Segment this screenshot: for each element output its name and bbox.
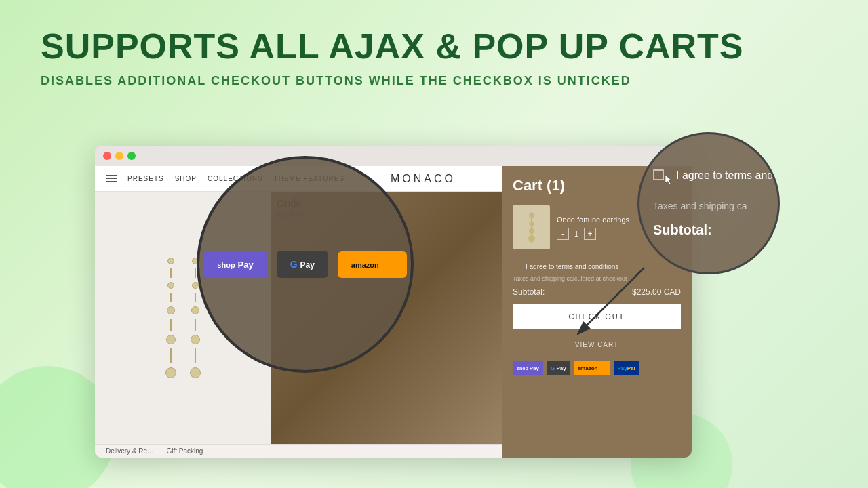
svg-rect-9 <box>654 170 663 180</box>
subtotal-amount: $225.00 CAD <box>632 287 681 297</box>
shop-pay-badge: shop Pay <box>513 361 543 375</box>
earring-connector-2 <box>170 293 172 302</box>
nav-presets[interactable]: PRESETS <box>127 175 164 182</box>
product-tabs: Delivery & Re... Gift Packing <box>95 444 502 458</box>
traffic-light-close[interactable] <box>103 152 111 160</box>
tab-gift[interactable]: Gift Packing <box>166 447 203 455</box>
zoom-agree-text: I agree to terms and <box>676 169 773 182</box>
header-section: SUPPORTS ALL AJAX & POP UP CARTS DISABLE… <box>0 0 868 102</box>
main-title: SUPPORTS ALL AJAX & POP UP CARTS <box>41 27 827 66</box>
cart-item-svg <box>518 209 545 246</box>
view-cart-button[interactable]: VIEW CART <box>513 333 681 355</box>
magnifier-circle: shop Pay G Pay amazon pay <box>197 156 414 373</box>
earring2-bead-5 <box>190 367 201 378</box>
qty-value: 1 <box>574 230 578 238</box>
paypal-badge: PayPal <box>614 361 639 375</box>
subtotal-label: Subtotal: <box>513 287 545 297</box>
earring-bead-2 <box>167 282 174 289</box>
magnifier-content: shop Pay G Pay amazon pay <box>197 237 414 291</box>
qty-minus-button[interactable]: - <box>557 228 569 240</box>
earring-bead-4 <box>166 335 176 344</box>
zoom-subtotal-text: Subtotal: <box>653 222 712 238</box>
earring-bead <box>167 258 174 264</box>
earring2-connector-2 <box>195 293 196 302</box>
earring2-connector-4 <box>195 348 196 363</box>
zoom-bubble: I agree to terms and Taxes and shipping … <box>637 132 780 274</box>
zoom-cursor-row: I agree to terms and <box>653 169 773 191</box>
svg-point-8 <box>528 235 535 242</box>
tab-delivery[interactable]: Delivery & Re... <box>106 447 153 455</box>
earring-bead-5 <box>165 367 176 378</box>
payment-icons: shop Pay G Pay amazonpay PayPal <box>513 361 681 375</box>
google-pay-badge: G Pay <box>547 361 570 375</box>
svg-marker-10 <box>665 175 671 184</box>
svg-point-7 <box>529 228 534 234</box>
mag-amazon-pay: amazon pay <box>338 251 407 278</box>
nav-shop[interactable]: SHOP <box>175 175 197 182</box>
zoom-taxes-text: Taxes and shipping ca <box>653 201 747 211</box>
qty-plus-button[interactable]: + <box>584 228 596 240</box>
zoom-cursor-icon <box>653 169 672 188</box>
zoom-checkbox-svg <box>653 169 672 184</box>
earring-bead-3 <box>167 306 175 314</box>
earring-connector-3 <box>170 319 172 331</box>
store-logo: MONACO <box>391 173 456 185</box>
terms-label: I agree to terms and conditions <box>526 263 618 270</box>
amazon-pay-badge: amazonpay <box>574 361 610 375</box>
mag-google-pay: G Pay <box>277 251 328 278</box>
mag-shop-pay: shop Pay <box>203 251 267 278</box>
shipping-note: Taxes and shipping calculated at checkou… <box>513 275 681 282</box>
terms-checkbox[interactable] <box>513 264 521 272</box>
svg-point-6 <box>529 222 534 226</box>
traffic-light-minimize[interactable] <box>115 152 123 160</box>
checkout-button[interactable]: CHECK OUT <box>513 304 681 329</box>
terms-checkbox-area[interactable]: I agree to terms and conditions <box>513 263 681 272</box>
subtitle: DISABLES ADDITIONAL CHECKOUT BUTTONS WHI… <box>41 74 827 88</box>
cart-item-image <box>513 205 550 249</box>
earring2-bead-3 <box>191 306 199 314</box>
svg-point-5 <box>529 213 534 218</box>
earring-connector <box>170 268 172 278</box>
nav-hamburger[interactable] <box>106 175 117 182</box>
earring-connector-4 <box>170 348 172 363</box>
earring2-connector <box>195 268 196 278</box>
earring2-connector-3 <box>195 319 196 331</box>
earring-1 <box>165 258 176 378</box>
earring2-bead-4 <box>191 335 200 344</box>
browser-chrome <box>95 146 692 166</box>
traffic-light-maximize[interactable] <box>127 152 136 160</box>
subtotal-row: Subtotal: $225.00 CAD <box>513 287 681 297</box>
